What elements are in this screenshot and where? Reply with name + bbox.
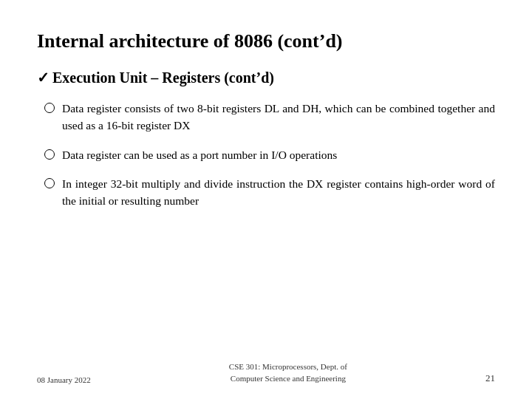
footer-center: CSE 301: Microprocessors, Dept. of Compu… bbox=[229, 361, 347, 384]
checkmark-icon: ✓ bbox=[37, 69, 50, 86]
bullet-circle-icon bbox=[44, 149, 55, 160]
section-heading-text: Execution Unit – Registers (cont’d) bbox=[52, 69, 274, 86]
footer-date: 08 January 2022 bbox=[37, 375, 91, 384]
list-item: Data register can be used as a port numb… bbox=[44, 146, 495, 163]
section-heading: ✓ Execution Unit – Registers (cont’d) bbox=[37, 69, 495, 86]
footer-page-number: 21 bbox=[485, 372, 495, 384]
footer-center-line1: CSE 301: Microprocessors, Dept. of bbox=[229, 362, 347, 371]
bullet-text: Data register can be used as a port numb… bbox=[62, 146, 495, 163]
list-item: Data register consists of two 8-bit regi… bbox=[44, 100, 495, 134]
bullet-text: Data register consists of two 8-bit regi… bbox=[62, 100, 495, 134]
slide: Internal architecture of 8086 (cont’d) ✓… bbox=[0, 0, 532, 399]
slide-title: Internal architecture of 8086 (cont’d) bbox=[37, 30, 495, 52]
footer-center-line2: Computer Science and Engineering bbox=[231, 374, 346, 383]
bullet-text: In integer 32-bit multiply and divide in… bbox=[62, 175, 495, 210]
bullet-circle-icon bbox=[44, 103, 55, 113]
footer: 08 January 2022 CSE 301: Microprocessors… bbox=[37, 354, 495, 384]
bullet-circle-icon bbox=[44, 178, 55, 188]
list-item: In integer 32-bit multiply and divide in… bbox=[44, 175, 495, 210]
bullet-list: Data register consists of two 8-bit regi… bbox=[44, 100, 495, 209]
